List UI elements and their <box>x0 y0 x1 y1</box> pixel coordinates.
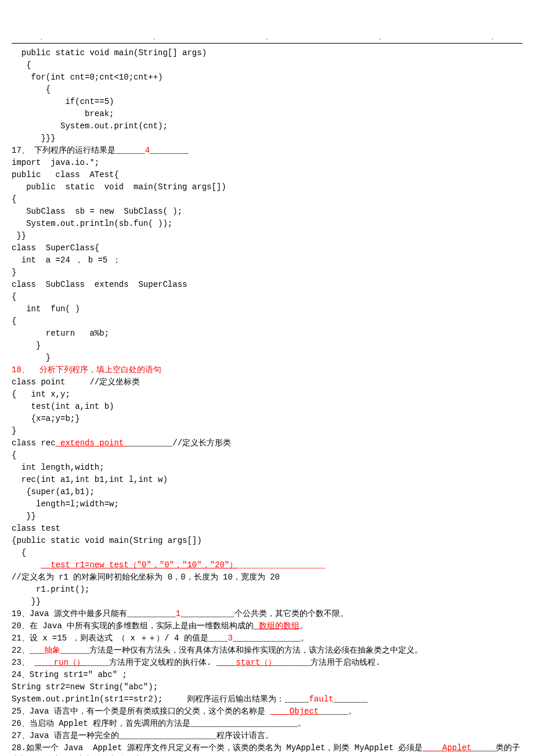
question-28: 28.如果一个 Java Applet 源程序文件只定义有一个类，该类的类名为 … <box>12 742 522 756</box>
dot: . <box>41 33 42 42</box>
dot: . <box>153 33 155 42</box>
code-block-2-line: } <box>12 340 522 352</box>
header-rule: . . . . . <box>12 12 522 44</box>
code-block-3b-line: int length,width; <box>12 462 522 474</box>
answer-extends: extends point <box>56 438 129 448</box>
code-block-2-line: class SuperClass{ <box>12 242 522 254</box>
answer-20: 数组的数组 <box>254 621 299 631</box>
code-block-2-line: int a =24 ， b =5 ； <box>12 254 522 267</box>
code-block-1-line: }}} <box>12 132 522 145</box>
code-block-3b-line: }} <box>12 510 522 523</box>
code-block-3c-line: r1.print(); <box>12 584 522 596</box>
question-18: 18、 分析下列程序，填上空白处的语句 <box>12 364 522 376</box>
answer-test-new: __test r1=new test（"0"，"0"，"10"，"20"） <box>41 560 237 570</box>
code-block-1-line: public static void main(String[] args) <box>12 47 522 59</box>
code-block-2-line: { <box>12 193 522 206</box>
answer-24: fault <box>309 694 333 704</box>
code-block-3b-line: length=l;width=w; <box>12 498 522 510</box>
code-block-3a-line: } <box>12 425 522 437</box>
code-block-2-line: public class ATest{ <box>12 169 522 181</box>
code-block-3a-line: class point //定义坐标类 <box>12 376 522 388</box>
dot: . <box>492 33 493 42</box>
code-block-3c-line: //定义名为 r1 的对象同时初始化坐标为 0，0，长度为 10，宽度为 20 <box>12 571 522 584</box>
code-block-2-line: { <box>12 315 522 327</box>
answer-22: 抽象 <box>44 646 60 655</box>
test-new-line: __test r1=new test（"0"，"0"，"10"，"20"）___… <box>12 559 522 571</box>
question-19: 19、Java 源文件中最多只能有__________1___________个… <box>12 608 522 620</box>
code-block-3c-line: }} <box>12 596 522 608</box>
code-block-2-line: { <box>12 291 522 303</box>
code-block-2-line: int fun( ) <box>12 303 522 315</box>
code-block-1-line: break; <box>12 108 522 120</box>
code-block-2-line: class SubClass extends SuperClass <box>12 279 522 291</box>
question-25: 25、Java 语言中，有一个类是所有类或接口的父类，这个类的名称是 ____O… <box>12 705 522 718</box>
code-block-3b-line: { <box>12 449 522 462</box>
code-block-3b-line: {public static void main(String args[]) <box>12 535 522 547</box>
question-26: 26、当启动 Applet 程序时，首先调用的方法是______________… <box>12 718 522 730</box>
answer-17: 4 <box>145 146 150 155</box>
code-block-3a-line: test(int a,int b) <box>12 401 522 413</box>
code-block-3a-line: { int x,y; <box>12 388 522 401</box>
question-24-result: System.out.println(str1==str2); 则程序运行后输出… <box>12 693 522 705</box>
answer-25: ____Object <box>270 707 319 716</box>
code-block-1-line: { <box>12 59 522 71</box>
code-block-2-line: } <box>12 352 522 364</box>
class-rec-line: class rec extends point _________//定义长方形… <box>12 437 522 449</box>
dot: . <box>266 33 268 42</box>
answer-23b: ____start（） <box>217 658 277 667</box>
answer-28: ____Applet <box>423 743 471 753</box>
code-block-2-line: SubClass sb = new SubClass( ); <box>12 206 522 218</box>
question-20: 20、在 Java 中所有实现的多维数组，实际上是由一维数组构成的 数组的数组。 <box>12 620 522 632</box>
code-block-2-line: public static void main(String args[]) <box>12 181 522 193</box>
code-block-2-line: } <box>12 267 522 279</box>
question-24-line: String str2=new String("abc"); <box>12 681 522 693</box>
code-block-3b-line: rec(int a1,int b1,int l,int w) <box>12 474 522 486</box>
answer-21: 3 <box>228 633 232 643</box>
code-block-2-line: }} <box>12 230 522 242</box>
question-21: 21、设 x =15 ，则表达式 （ x ＋＋）/ 4 的值是____3____… <box>12 632 522 645</box>
code-block-1-line: System.out.print(cnt); <box>12 120 522 132</box>
question-27: 27、Java 语言是一种完全的____________________程序设计… <box>12 730 522 742</box>
code-block-2-line: import java.io.*; <box>12 157 522 169</box>
question-23: 23、 ____run（）_____方法用于定义线程的执行体. ____star… <box>12 657 522 669</box>
code-block-3b-line: class test <box>12 523 522 535</box>
code-block-1-line: for(int cnt=0;cnt<10;cnt++) <box>12 71 522 84</box>
question-24-line: 24、String str1=" abc" ; <box>12 669 522 681</box>
code-block-2-line: return a%b; <box>12 327 522 340</box>
document-page: . . . . . public static void main(String… <box>0 0 534 756</box>
code-block-3b-line: {super(a1,b1); <box>12 486 522 498</box>
code-block-3b-line: { <box>12 547 522 559</box>
code-block-3a-line: {x=a;y=b;} <box>12 413 522 425</box>
code-block-1-line: { <box>12 84 522 96</box>
dot: . <box>379 33 381 42</box>
question-17: 17、 下列程序的运行结果是______4________ <box>12 145 522 157</box>
code-block-1-line: if(cnt==5) <box>12 96 522 108</box>
answer-23a: ____run（） <box>34 658 85 667</box>
answer-19: 1 <box>176 609 181 618</box>
question-22: 22、___抽象______方法是一种仅有方法头，没有具体方法体和操作实现的方法… <box>12 645 522 657</box>
code-block-2-line: System.out.println(sb.fun( )); <box>12 218 522 230</box>
